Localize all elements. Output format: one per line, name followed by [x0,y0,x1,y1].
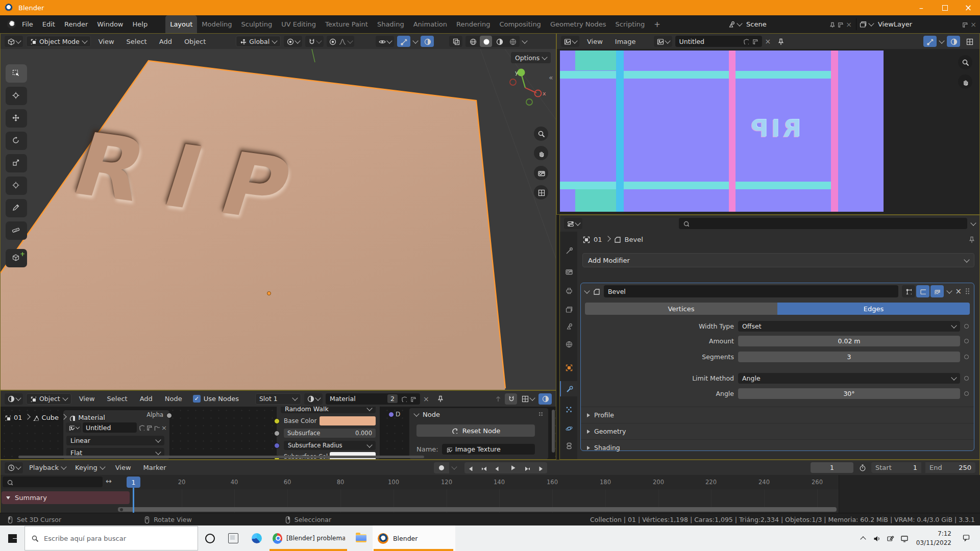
fake-user-shield-icon[interactable] [743,38,749,44]
proportional-edit-icon[interactable] [329,38,336,45]
uv-grid-button[interactable] [963,36,975,47]
timeline-menu-marker[interactable]: Marker [139,464,171,471]
properties-pin-icon[interactable] [968,236,975,243]
node-canvas[interactable]: Alpha Untitled × Linear Flat 01 Cube Mat… [1,407,556,459]
viewlayer-browse-chevron[interactable] [868,20,874,26]
principled-bsdf-node[interactable]: Random Walk Base Color Subsurface0.000 S… [276,407,380,459]
viewlayer-name[interactable]: ViewLayer [878,20,959,28]
frame-end-field[interactable]: End 250 [925,462,975,473]
tab-view-layer[interactable] [560,302,577,317]
tab-uv-editing[interactable]: UV Editing [277,20,321,28]
tab-texture-paint[interactable]: Texture Paint [321,20,373,28]
timeline-hscrollbar[interactable] [118,507,837,512]
menu-file[interactable]: File [17,20,38,28]
node-hscrollbar[interactable] [18,456,424,458]
properties-options-chevron[interactable] [970,220,976,226]
gizmo-chevron[interactable] [412,38,418,43]
panel-expand-chevron[interactable] [584,288,590,293]
subsurface-slider[interactable]: Subsurface0.000 [284,429,376,438]
viewport-menu-view[interactable]: View [94,38,119,45]
animate-limit-method[interactable] [964,376,969,381]
timeline-menu-view[interactable]: View [111,464,136,471]
shader-snap-mode-button[interactable] [520,393,535,405]
properties-search-input[interactable] [679,218,967,229]
timeline-search-input[interactable] [3,477,103,487]
segments-slider[interactable]: 3 [738,352,960,362]
scene-browse-chevron[interactable] [737,20,742,26]
material-copy-icon[interactable] [410,396,416,402]
frame-start-field[interactable]: Start 1 [871,462,921,473]
image-browse-button[interactable] [654,36,672,47]
modifier-name-field[interactable]: Bevel [604,285,898,297]
toggle-render-display[interactable] [930,285,944,297]
uv-menu-view[interactable]: View [582,38,607,45]
breadcrumb-modifier[interactable]: Bevel [625,236,643,243]
affect-vertices-button[interactable]: Vertices [585,303,777,315]
tab-geometry-nodes[interactable]: Geometry Nodes [546,20,611,28]
explorer-button[interactable] [349,534,373,542]
interpolation-dropdown[interactable]: Linear [66,436,164,445]
unlink-material-icon[interactable]: × [423,395,429,403]
auto-key-button[interactable] [434,462,449,473]
playback-dropdown[interactable]: Playback [26,464,69,471]
node-name-field[interactable]: Image Texture [442,444,535,455]
modifier-extras-chevron[interactable] [947,288,952,293]
animate-angle[interactable] [964,391,969,396]
shading-material-button[interactable] [493,36,505,47]
falloff-curve-icon[interactable] [338,38,346,45]
width-type-dropdown[interactable]: Offset [738,321,960,332]
limit-method-dropdown[interactable]: Angle [738,373,960,384]
material-name-field[interactable]: Material 2 [326,393,420,405]
viewport-menu-select[interactable]: Select [122,38,152,45]
gizmo-toggle-button[interactable] [397,36,410,47]
shader-pin-icon[interactable] [436,395,444,403]
camera-view-button[interactable] [534,166,548,180]
uv-menu-image[interactable]: Image [610,38,641,45]
scene-name[interactable]: Scene [746,20,826,28]
mode-dropdown[interactable]: Object Mode [26,36,91,47]
xray-toggle-button[interactable] [449,36,462,47]
tab-scene[interactable] [560,318,577,334]
timeline-scroll-cap[interactable] [120,508,123,511]
menu-edit[interactable]: Edit [38,20,60,28]
remove-modifier-button[interactable]: × [955,287,962,296]
material-browse-button[interactable] [304,393,323,405]
app-menu-button[interactable] [5,20,17,29]
tab-rendering[interactable]: Rendering [452,20,495,28]
new-viewlayer-icon[interactable] [962,21,968,28]
tray-display-icon[interactable] [900,535,908,542]
tool-select-box[interactable] [6,64,27,83]
snap-toggle-button[interactable] [305,36,324,47]
node-image-open-icon[interactable] [154,424,160,431]
stopwatch-icon[interactable] [859,464,866,471]
pan-view-button[interactable] [534,146,548,160]
shader-snap-button[interactable] [505,393,517,405]
parent-node-tree-icon[interactable] [494,395,502,403]
shading-solid-button[interactable] [480,36,492,47]
add-workspace-button[interactable]: + [649,20,665,29]
editor-type-button[interactable] [5,36,23,47]
options-button[interactable]: Options [511,52,551,63]
animate-segments[interactable] [964,355,969,359]
timeline-tracks[interactable]: Summary [1,489,839,513]
shading-chevron[interactable] [522,38,527,43]
uv-editor-type-button[interactable] [561,36,579,47]
pivot-point-button[interactable] [284,36,302,47]
tab-scripting[interactable]: Scripting [611,20,650,28]
pinned-app-button[interactable] [245,533,268,543]
image-name-field[interactable]: Untitled [675,36,762,47]
subsurface-socket[interactable] [274,431,280,436]
alpha-socket[interactable] [166,413,172,418]
tool-cursor[interactable] [6,87,27,105]
jump-to-end-button[interactable] [534,462,546,473]
new-scene-icon[interactable] [837,21,843,28]
node-image-shield-icon[interactable] [138,424,144,431]
base-color-swatch[interactable] [320,416,376,425]
auto-key-chevron[interactable] [452,464,457,469]
menu-help[interactable]: Help [128,20,153,28]
ruler-resize-icon[interactable]: ↔ [106,477,112,485]
node-panel-header[interactable]: Node [409,408,548,420]
uv-gizmo-chevron[interactable] [939,38,944,43]
visibility-button[interactable] [376,36,394,47]
subsurface-radius-dropdown[interactable]: Subsurface Radius [284,441,376,450]
